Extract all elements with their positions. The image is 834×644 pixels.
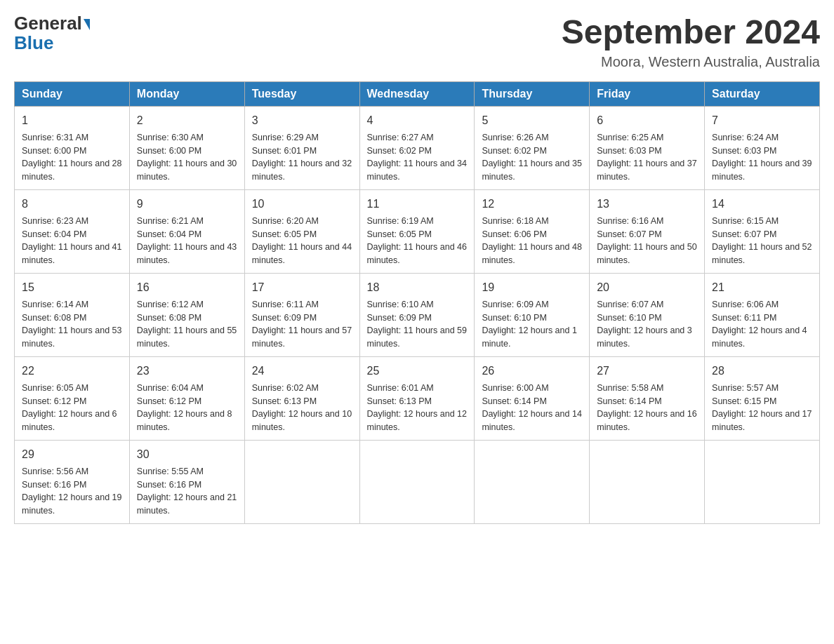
calendar-cell: 21Sunrise: 6:06 AMSunset: 6:11 PMDayligh… bbox=[705, 273, 820, 356]
calendar-cell: 10Sunrise: 6:20 AMSunset: 6:05 PMDayligh… bbox=[244, 189, 359, 273]
weekday-header-row: SundayMondayTuesdayWednesdayThursdayFrid… bbox=[15, 81, 820, 106]
day-info: Sunrise: 6:27 AMSunset: 6:02 PMDaylight:… bbox=[367, 131, 468, 184]
day-number: 12 bbox=[482, 196, 582, 213]
day-number: 23 bbox=[137, 363, 237, 380]
day-number: 29 bbox=[22, 446, 122, 463]
calendar-cell: 14Sunrise: 6:15 AMSunset: 6:07 PMDayligh… bbox=[705, 189, 820, 273]
calendar-cell bbox=[705, 440, 820, 523]
day-number: 20 bbox=[597, 279, 697, 296]
calendar-cell: 11Sunrise: 6:19 AMSunset: 6:05 PMDayligh… bbox=[359, 189, 475, 273]
day-info: Sunrise: 6:26 AMSunset: 6:02 PMDaylight:… bbox=[482, 131, 582, 184]
day-info: Sunrise: 6:09 AMSunset: 6:10 PMDaylight:… bbox=[482, 298, 582, 351]
day-number: 4 bbox=[367, 112, 468, 129]
day-info: Sunrise: 6:05 AMSunset: 6:12 PMDaylight:… bbox=[22, 382, 122, 434]
title-area: September 2024 Moora, Western Australia,… bbox=[562, 14, 820, 70]
day-info: Sunrise: 5:58 AMSunset: 6:14 PMDaylight:… bbox=[597, 382, 697, 434]
day-number: 25 bbox=[367, 363, 468, 380]
day-info: Sunrise: 6:11 AMSunset: 6:09 PMDaylight:… bbox=[252, 298, 352, 351]
calendar-cell: 1Sunrise: 6:31 AMSunset: 6:00 PMDaylight… bbox=[15, 106, 130, 189]
calendar-cell: 16Sunrise: 6:12 AMSunset: 6:08 PMDayligh… bbox=[129, 273, 244, 356]
day-info: Sunrise: 6:19 AMSunset: 6:05 PMDaylight:… bbox=[367, 215, 468, 267]
day-info: Sunrise: 6:20 AMSunset: 6:05 PMDaylight:… bbox=[252, 215, 352, 267]
calendar-cell: 7Sunrise: 6:24 AMSunset: 6:03 PMDaylight… bbox=[705, 106, 820, 189]
day-info: Sunrise: 6:23 AMSunset: 6:04 PMDaylight:… bbox=[22, 215, 122, 267]
calendar-cell: 15Sunrise: 6:14 AMSunset: 6:08 PMDayligh… bbox=[15, 273, 130, 356]
day-info: Sunrise: 6:00 AMSunset: 6:14 PMDaylight:… bbox=[482, 382, 582, 434]
calendar-header: SundayMondayTuesdayWednesdayThursdayFrid… bbox=[15, 81, 820, 106]
day-info: Sunrise: 6:16 AMSunset: 6:07 PMDaylight:… bbox=[597, 215, 697, 267]
day-info: Sunrise: 6:31 AMSunset: 6:00 PMDaylight:… bbox=[22, 131, 122, 184]
day-number: 8 bbox=[22, 196, 122, 213]
calendar-subtitle: Moora, Western Australia, Australia bbox=[562, 54, 820, 70]
day-number: 27 bbox=[597, 363, 697, 380]
calendar-cell: 18Sunrise: 6:10 AMSunset: 6:09 PMDayligh… bbox=[359, 273, 475, 356]
day-number: 26 bbox=[482, 363, 582, 380]
logo-blue-text: Blue bbox=[14, 32, 53, 53]
day-number: 10 bbox=[252, 196, 352, 213]
calendar-title: September 2024 bbox=[562, 14, 820, 51]
calendar-cell bbox=[475, 440, 590, 523]
calendar-cell: 20Sunrise: 6:07 AMSunset: 6:10 PMDayligh… bbox=[590, 273, 705, 356]
day-info: Sunrise: 5:55 AMSunset: 6:16 PMDaylight:… bbox=[137, 465, 237, 518]
calendar-cell bbox=[244, 440, 359, 523]
day-info: Sunrise: 6:02 AMSunset: 6:13 PMDaylight:… bbox=[252, 382, 352, 434]
day-number: 24 bbox=[252, 363, 352, 380]
day-info: Sunrise: 6:06 AMSunset: 6:11 PMDaylight:… bbox=[712, 298, 812, 351]
day-number: 21 bbox=[712, 279, 812, 296]
logo: General Blue bbox=[14, 14, 90, 54]
logo-general-text: General bbox=[14, 14, 82, 32]
calendar-cell: 23Sunrise: 6:04 AMSunset: 6:12 PMDayligh… bbox=[129, 356, 244, 440]
weekday-header-friday: Friday bbox=[590, 81, 705, 106]
weekday-header-wednesday: Wednesday bbox=[359, 81, 475, 106]
day-number: 3 bbox=[252, 112, 352, 129]
day-number: 30 bbox=[137, 446, 237, 463]
day-number: 5 bbox=[482, 112, 582, 129]
week-row-5: 29Sunrise: 5:56 AMSunset: 6:16 PMDayligh… bbox=[15, 440, 820, 523]
day-info: Sunrise: 6:21 AMSunset: 6:04 PMDaylight:… bbox=[137, 215, 237, 267]
calendar-cell: 24Sunrise: 6:02 AMSunset: 6:13 PMDayligh… bbox=[244, 356, 359, 440]
week-row-3: 15Sunrise: 6:14 AMSunset: 6:08 PMDayligh… bbox=[15, 273, 820, 356]
calendar-cell: 6Sunrise: 6:25 AMSunset: 6:03 PMDaylight… bbox=[590, 106, 705, 189]
day-number: 15 bbox=[22, 279, 122, 296]
day-number: 18 bbox=[367, 279, 468, 296]
calendar-cell: 8Sunrise: 6:23 AMSunset: 6:04 PMDaylight… bbox=[15, 189, 130, 273]
weekday-header-sunday: Sunday bbox=[15, 81, 130, 106]
day-info: Sunrise: 6:14 AMSunset: 6:08 PMDaylight:… bbox=[22, 298, 122, 351]
day-info: Sunrise: 6:04 AMSunset: 6:12 PMDaylight:… bbox=[137, 382, 237, 434]
day-info: Sunrise: 6:24 AMSunset: 6:03 PMDaylight:… bbox=[712, 131, 812, 184]
calendar-cell: 27Sunrise: 5:58 AMSunset: 6:14 PMDayligh… bbox=[590, 356, 705, 440]
day-info: Sunrise: 6:10 AMSunset: 6:09 PMDaylight:… bbox=[367, 298, 468, 351]
calendar-cell: 22Sunrise: 6:05 AMSunset: 6:12 PMDayligh… bbox=[15, 356, 130, 440]
calendar-cell: 4Sunrise: 6:27 AMSunset: 6:02 PMDaylight… bbox=[359, 106, 475, 189]
calendar-cell: 30Sunrise: 5:55 AMSunset: 6:16 PMDayligh… bbox=[129, 440, 244, 523]
day-number: 22 bbox=[22, 363, 122, 380]
week-row-2: 8Sunrise: 6:23 AMSunset: 6:04 PMDaylight… bbox=[15, 189, 820, 273]
day-info: Sunrise: 6:29 AMSunset: 6:01 PMDaylight:… bbox=[252, 131, 352, 184]
calendar-cell: 5Sunrise: 6:26 AMSunset: 6:02 PMDaylight… bbox=[475, 106, 590, 189]
day-number: 2 bbox=[137, 112, 237, 129]
logo-arrow-icon bbox=[84, 19, 90, 30]
calendar-cell bbox=[590, 440, 705, 523]
day-info: Sunrise: 5:56 AMSunset: 6:16 PMDaylight:… bbox=[22, 465, 122, 518]
calendar-cell: 25Sunrise: 6:01 AMSunset: 6:13 PMDayligh… bbox=[359, 356, 475, 440]
day-number: 17 bbox=[252, 279, 352, 296]
calendar-cell: 26Sunrise: 6:00 AMSunset: 6:14 PMDayligh… bbox=[475, 356, 590, 440]
day-number: 28 bbox=[712, 363, 812, 380]
day-number: 14 bbox=[712, 196, 812, 213]
calendar-cell: 17Sunrise: 6:11 AMSunset: 6:09 PMDayligh… bbox=[244, 273, 359, 356]
day-number: 9 bbox=[137, 196, 237, 213]
day-info: Sunrise: 6:15 AMSunset: 6:07 PMDaylight:… bbox=[712, 215, 812, 267]
day-info: Sunrise: 6:18 AMSunset: 6:06 PMDaylight:… bbox=[482, 215, 582, 267]
day-number: 6 bbox=[597, 112, 697, 129]
calendar-cell bbox=[359, 440, 475, 523]
day-info: Sunrise: 6:01 AMSunset: 6:13 PMDaylight:… bbox=[367, 382, 468, 434]
day-number: 11 bbox=[367, 196, 468, 213]
day-number: 19 bbox=[482, 279, 582, 296]
weekday-header-monday: Monday bbox=[129, 81, 244, 106]
weekday-header-saturday: Saturday bbox=[705, 81, 820, 106]
calendar-cell: 12Sunrise: 6:18 AMSunset: 6:06 PMDayligh… bbox=[475, 189, 590, 273]
weekday-header-tuesday: Tuesday bbox=[244, 81, 359, 106]
weekday-header-thursday: Thursday bbox=[475, 81, 590, 106]
day-number: 13 bbox=[597, 196, 697, 213]
week-row-4: 22Sunrise: 6:05 AMSunset: 6:12 PMDayligh… bbox=[15, 356, 820, 440]
